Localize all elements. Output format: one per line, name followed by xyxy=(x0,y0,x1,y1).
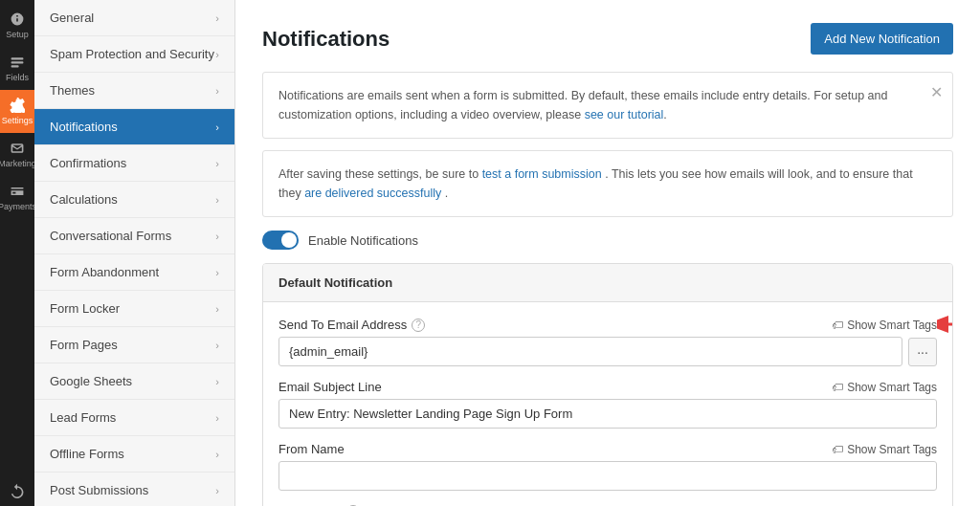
enable-notifications-row: Enable Notifications xyxy=(262,231,953,250)
sidebar-item-setup[interactable]: Setup xyxy=(0,4,34,47)
email-subject-label: Email Subject Line xyxy=(278,380,382,394)
close-icon[interactable]: ✕ xyxy=(930,80,943,105)
tag-icon: 🏷 xyxy=(832,319,843,332)
from-name-input-wrap xyxy=(278,461,937,491)
nav-item-form-locker[interactable]: Form Locker › xyxy=(34,291,234,327)
chevron-icon: › xyxy=(215,303,219,315)
panel-body: Send To Email Address ? 🏷 Show Smart Tag… xyxy=(263,302,952,506)
chevron-icon: › xyxy=(215,85,219,97)
subject-input-wrap xyxy=(278,399,937,429)
info-text-1: Notifications are emails sent when a for… xyxy=(278,89,887,121)
nav-item-calculations[interactable]: Calculations › xyxy=(34,182,234,218)
send-to-input-wrap: ··· xyxy=(278,337,937,366)
chevron-icon: › xyxy=(215,194,219,206)
sidebar-item-marketing[interactable]: Marketing xyxy=(0,133,34,176)
chevron-icon: › xyxy=(215,376,219,387)
chevron-icon: › xyxy=(215,340,219,351)
fields-label: Fields xyxy=(6,73,29,82)
tag-icon: 🏷 xyxy=(832,443,843,456)
sidebar-item-payments[interactable]: Payments xyxy=(0,176,34,219)
email-subject-field: Email Subject Line 🏷 Show Smart Tags xyxy=(278,380,937,429)
enable-label: Enable Notifications xyxy=(308,233,418,248)
send-to-email-input[interactable] xyxy=(278,337,902,366)
field-label-row-email: Send To Email Address ? 🏷 Show Smart Tag… xyxy=(278,318,937,332)
send-to-email-field: Send To Email Address ? 🏷 Show Smart Tag… xyxy=(278,318,937,366)
from-name-label: From Name xyxy=(278,442,345,456)
info-box-1: Notifications are emails sent when a for… xyxy=(262,72,953,139)
nav-sidebar: General › Spam Protection and Security ›… xyxy=(34,0,235,506)
chevron-icon: › xyxy=(215,49,219,60)
page-header: Notifications Add New Notification xyxy=(262,23,953,55)
from-name-field: From Name 🏷 Show Smart Tags xyxy=(278,442,937,491)
svg-rect-2 xyxy=(11,65,19,67)
chevron-icon: › xyxy=(215,121,219,133)
marketing-label: Marketing xyxy=(0,159,36,168)
info-box-2: After saving these settings, be sure to … xyxy=(262,150,953,217)
nav-item-spam-protection[interactable]: Spam Protection and Security › xyxy=(34,36,234,73)
sidebar-item-revisions[interactable] xyxy=(0,475,34,506)
field-label-row-subject: Email Subject Line 🏷 Show Smart Tags xyxy=(278,380,937,394)
svg-rect-1 xyxy=(11,61,24,63)
sidebar-item-fields[interactable]: Fields xyxy=(0,47,34,90)
nav-item-lead-forms[interactable]: Lead Forms › xyxy=(34,400,234,436)
send-to-ellipsis-button[interactable]: ··· xyxy=(908,338,937,366)
svg-rect-0 xyxy=(11,57,24,59)
chevron-icon: › xyxy=(215,231,219,242)
nav-item-form-pages[interactable]: Form Pages › xyxy=(34,327,234,363)
nav-item-themes[interactable]: Themes › xyxy=(34,73,234,109)
smart-tags-link-email[interactable]: 🏷 Show Smart Tags xyxy=(832,319,937,332)
sidebar-item-settings[interactable]: Settings xyxy=(0,90,34,133)
chevron-icon: › xyxy=(215,449,219,460)
notification-panel: Default Notification Send To Email Addre… xyxy=(262,263,953,506)
send-to-label: Send To Email Address ? xyxy=(278,318,425,332)
info-text-2c: . xyxy=(445,187,448,200)
chevron-icon: › xyxy=(215,485,219,496)
nav-item-conversational-forms[interactable]: Conversational Forms › xyxy=(34,218,234,254)
enable-notifications-toggle[interactable] xyxy=(262,231,299,250)
chevron-icon: › xyxy=(215,12,219,24)
payments-label: Payments xyxy=(0,202,36,211)
email-subject-input[interactable] xyxy=(278,399,937,429)
help-icon[interactable]: ? xyxy=(412,319,425,332)
nav-item-post-submissions[interactable]: Post Submissions › xyxy=(34,473,234,506)
chevron-icon: › xyxy=(215,158,219,169)
panel-header: Default Notification xyxy=(263,264,952,302)
from-name-input[interactable] xyxy=(278,461,937,491)
settings-label: Settings xyxy=(2,116,33,125)
tag-icon: 🏷 xyxy=(832,381,843,394)
smart-tags-link-subject[interactable]: 🏷 Show Smart Tags xyxy=(832,381,937,394)
test-submission-link[interactable]: test a form submission xyxy=(482,167,602,181)
delivered-link[interactable]: are delivered successfully xyxy=(304,187,441,200)
nav-item-notifications[interactable]: Notifications › xyxy=(34,109,234,145)
nav-item-confirmations[interactable]: Confirmations › xyxy=(34,145,234,182)
smart-tags-link-from-name[interactable]: 🏷 Show Smart Tags xyxy=(832,443,937,456)
nav-item-general[interactable]: General › xyxy=(34,0,234,36)
chevron-icon: › xyxy=(215,267,219,278)
nav-item-form-abandonment[interactable]: Form Abandonment › xyxy=(34,254,234,291)
page-title: Notifications xyxy=(262,27,390,52)
nav-item-google-sheets[interactable]: Google Sheets › xyxy=(34,363,234,400)
info-text-2: After saving these settings, be sure to xyxy=(278,167,479,181)
red-arrow-annotation xyxy=(937,310,953,339)
icon-sidebar: Setup Fields Settings Marketing Payments xyxy=(0,0,34,506)
main-content: Notifications Add New Notification Notif… xyxy=(235,0,980,506)
add-notification-button[interactable]: Add New Notification xyxy=(811,23,953,55)
setup-label: Setup xyxy=(6,30,29,39)
tutorial-link[interactable]: see our tutorial xyxy=(585,108,664,121)
chevron-icon: › xyxy=(215,412,219,424)
nav-item-offline-forms[interactable]: Offline Forms › xyxy=(34,436,234,473)
field-label-row-from-name: From Name 🏷 Show Smart Tags xyxy=(278,442,937,456)
